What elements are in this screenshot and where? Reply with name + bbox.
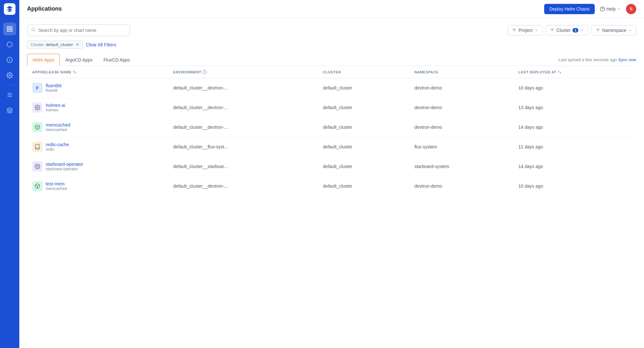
table-row: starboard-operator starboard-operator de… — [27, 157, 636, 176]
svg-point-5 — [9, 75, 11, 76]
cell-namespace: devtron-demo — [409, 176, 513, 196]
project-filter-button[interactable]: Project — [508, 25, 543, 35]
app-name-text: test-mem memcached — [46, 181, 67, 191]
cell-cluster: default_cluster — [318, 118, 409, 137]
filter-icon — [512, 28, 516, 33]
svg-rect-2 — [7, 30, 9, 32]
search-input[interactable] — [38, 28, 126, 33]
sliders-icon — [6, 92, 13, 98]
cell-environment: default_cluster__devtron-... — [168, 176, 318, 196]
app-name-link[interactable]: starboard-operator — [46, 162, 83, 167]
cell-environment: default_cluster__starboar... — [168, 157, 318, 176]
cell-cluster: default_cluster — [318, 157, 409, 176]
svg-point-12 — [32, 28, 35, 31]
col-app-name-sort[interactable]: APP/RELEASE NAME — [32, 70, 163, 74]
applications-table: APP/RELEASE NAME ENVIRONMENT — [27, 66, 636, 196]
cluster-filter-tag: Cluster default_cluster ✕ — [27, 41, 83, 49]
chevron-down-icon — [617, 7, 621, 11]
sync-text: Last synced a few seconds ago — [558, 57, 617, 62]
app-name-text: starboard-operator starboard-operator — [46, 162, 83, 171]
app-icon: F — [32, 83, 43, 93]
sidebar-item-cube[interactable] — [3, 38, 16, 51]
svg-point-28 — [37, 166, 38, 167]
help-button[interactable]: Help — [600, 6, 621, 12]
tab-argocd-apps[interactable]: ArgoCD Apps — [60, 54, 98, 66]
cell-namespace: starboard-system — [409, 157, 513, 176]
header: Applications Deploy Helm Charts Help S — [19, 0, 644, 18]
svg-point-26 — [37, 107, 38, 108]
tab-fluxcd-apps[interactable]: FluxCD Apps — [98, 54, 136, 66]
cell-namespace: devtron-demo — [409, 78, 513, 98]
app-name-link[interactable]: memcached — [46, 122, 70, 127]
search-box[interactable] — [27, 24, 130, 36]
app-icon — [32, 122, 43, 132]
namespace-label: Namespace — [602, 28, 626, 33]
app-icon — [32, 102, 43, 113]
header-actions: Deploy Helm Charts Help S — [544, 4, 636, 14]
tabs: Helm Apps ArgoCD Apps FluxCD Apps — [27, 54, 135, 66]
app-sub-name: memcached — [46, 186, 67, 191]
col-environment: ENVIRONMENT — [168, 66, 318, 78]
cluster-label: Cluster — [556, 28, 571, 33]
help-icon — [600, 6, 605, 12]
sidebar-item-circle[interactable] — [3, 53, 16, 66]
col-cluster: CLUSTER — [318, 66, 409, 78]
sidebar-item-gear[interactable] — [3, 69, 16, 82]
logo[interactable] — [4, 3, 15, 15]
app-sub-name: memcached — [46, 127, 70, 132]
app-name-link[interactable]: test-mem — [46, 181, 67, 186]
cell-app-name: holmes-ai holmes — [27, 98, 168, 118]
app-name-link[interactable]: fluentbit — [46, 83, 62, 88]
svg-rect-1 — [10, 27, 12, 29]
app-sub-name: starboard-operator — [46, 167, 83, 171]
search-icon — [31, 27, 36, 33]
tabs-row: Helm Apps ArgoCD Apps FluxCD Apps Last s… — [27, 54, 636, 66]
cell-environment: default_cluster__devtron-... — [168, 118, 318, 137]
col-last-deployed: LAST DEPLOYED AT — [513, 66, 636, 78]
app-name-text: holmes-ai holmes — [46, 103, 65, 112]
app-sub-name: holmes — [46, 108, 65, 112]
cluster-chevron-icon — [580, 28, 584, 32]
namespace-filter-button[interactable]: Namespace — [592, 25, 636, 35]
app-sub-name: fluentd — [46, 88, 62, 93]
sidebar-item-settings2[interactable] — [3, 89, 16, 101]
cluster-count-badge: 1 — [573, 28, 578, 33]
sidebar-divider — [5, 85, 15, 85]
app-name-text: redis-cache redis — [46, 142, 69, 152]
sync-now-link[interactable]: Sync now — [618, 57, 636, 62]
cell-last-deployed: 13 days ago — [513, 98, 636, 118]
cell-environment: default_cluster__devtron-... — [168, 98, 318, 118]
page-title: Applications — [27, 5, 62, 12]
sidebar-item-applications[interactable] — [3, 23, 16, 35]
cell-environment: default_cluster__devtron-... — [168, 78, 318, 98]
sidebar-item-layers[interactable] — [3, 104, 16, 117]
col-last-deployed-sort[interactable]: LAST DEPLOYED AT — [518, 70, 631, 74]
namespace-filter-icon — [596, 28, 600, 33]
app-name-link[interactable]: redis-cache — [46, 142, 69, 147]
deploy-helm-charts-button[interactable]: Deploy Helm Charts — [544, 4, 595, 14]
cell-last-deployed: 10 days ago — [513, 78, 636, 98]
app-icon — [32, 161, 43, 172]
clear-all-filters-button[interactable]: Clear All Filters — [86, 42, 116, 47]
svg-marker-9 — [7, 108, 13, 110]
cell-namespace: devtron-demo — [409, 98, 513, 118]
avatar[interactable]: S — [626, 4, 636, 14]
cluster-filter-button[interactable]: Cluster 1 — [546, 25, 588, 35]
cell-last-deployed: 14 days ago — [513, 118, 636, 137]
remove-cluster-filter[interactable]: ✕ — [76, 42, 79, 47]
cell-namespace: flux-system — [409, 137, 513, 157]
settings-icon — [6, 72, 13, 79]
svg-rect-0 — [7, 27, 9, 29]
tab-helm-apps[interactable]: Helm Apps — [27, 54, 60, 66]
table-header: APP/RELEASE NAME ENVIRONMENT — [27, 66, 636, 78]
table-body: F fluentbit fluentd default_cluster__dev… — [27, 78, 636, 196]
help-label: Help — [606, 6, 616, 12]
cell-app-name: test-mem memcached — [27, 176, 168, 196]
layers-icon — [6, 107, 13, 114]
table-row: memcached memcached default_cluster__dev… — [27, 118, 636, 137]
cube-icon — [6, 41, 13, 48]
sync-info: Last synced a few seconds ago Sync now — [558, 57, 636, 62]
cell-namespace: devtron-demo — [409, 118, 513, 137]
app-name-link[interactable]: holmes-ai — [46, 103, 65, 108]
cell-environment: default_cluster__flux-syst... — [168, 137, 318, 157]
